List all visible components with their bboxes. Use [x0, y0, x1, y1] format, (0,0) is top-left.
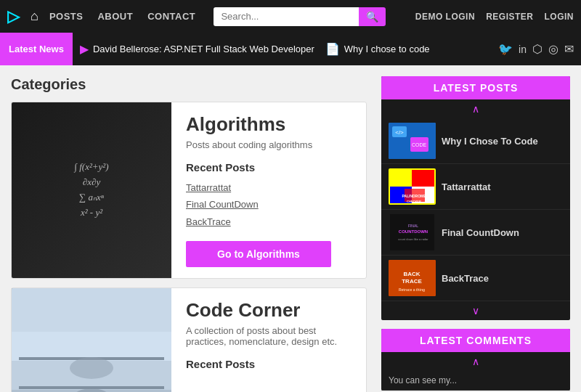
- svg-text:PALINDROME: PALINDROME: [402, 194, 426, 198]
- code-corner-image: [12, 288, 171, 392]
- tattarrattat-svg: PALINDROME CHECKER: [390, 168, 434, 205]
- latest-post-title-0: Why I Chose To Code: [442, 136, 538, 147]
- svg-text:count down like a radar: count down like a radar: [398, 237, 428, 241]
- nav-about[interactable]: ABOUT: [97, 11, 133, 22]
- ticker-social: 🐦 in ⬡ ◎ ✉: [498, 42, 581, 56]
- main-layout: Categories ∫ f(x²+y²) ∂x∂y ∑ aₙxⁿ x² - y…: [0, 65, 581, 392]
- demo-login-link[interactable]: DEMO LOGIN: [415, 12, 475, 22]
- algorithms-posts-list: Tattarrattat Final CountDown BackTrace: [186, 179, 352, 230]
- login-link[interactable]: LOGIN: [544, 12, 574, 22]
- algorithms-recent-title: Recent Posts: [186, 161, 352, 173]
- code-corner-name: Code Corner: [186, 299, 352, 322]
- search-input[interactable]: [214, 7, 359, 26]
- ticker-doc-icon: 📄: [325, 42, 340, 56]
- comments-chevron-up-icon[interactable]: ∧: [381, 352, 570, 371]
- post-backtrace[interactable]: BackTrace: [186, 216, 231, 227]
- svg-point-18: [70, 357, 113, 379]
- nav-right-links: DEMO LOGIN REGISTER LOGIN: [415, 12, 574, 22]
- twitter-icon[interactable]: 🐦: [498, 42, 513, 56]
- ticker-label: Latest News: [0, 33, 73, 65]
- sidebar: LATEST POSTS ∧ </> CODE Why I Chose To C…: [381, 76, 570, 392]
- latest-post-title-3: BackTrace: [442, 273, 489, 284]
- latest-post-item[interactable]: FINAL COUNTDOWN count down like a radar …: [381, 210, 570, 256]
- latest-posts-header: LATEST POSTS: [381, 76, 570, 99]
- svg-text:CHECKER: CHECKER: [407, 200, 421, 203]
- latest-post-title-2: Final CountDown: [442, 227, 519, 238]
- nav-contact[interactable]: CONTACT: [147, 11, 195, 22]
- svg-text:</>: </>: [395, 129, 404, 136]
- latest-post-item[interactable]: </> CODE Why I Chose To Code: [381, 118, 570, 164]
- ticker-text-1: Why I chose to code: [344, 44, 430, 54]
- final-countdown-svg: FINAL COUNTDOWN count down like a radar: [390, 214, 434, 250]
- search-bar: 🔍: [214, 7, 386, 26]
- svg-text:BACK: BACK: [403, 271, 420, 277]
- logo-icon[interactable]: ▷: [7, 7, 20, 26]
- github-icon[interactable]: ⬡: [532, 42, 543, 56]
- math-text: ∫ f(x²+y²) ∂x∂y ∑ aₙxⁿ x² - y²: [74, 160, 108, 220]
- algorithms-name: Algorithms: [186, 113, 352, 136]
- algorithms-body: Algorithms Posts about coding algorithms…: [171, 102, 366, 278]
- latest-posts-section: LATEST POSTS ∧ </> CODE Why I Chose To C…: [381, 76, 570, 320]
- latest-comments-header: LATEST COMMENTS: [381, 329, 570, 352]
- post-thumb-backtrace: BACK TRACE Retrace a thing: [389, 260, 436, 296]
- post-thumb-chose-to-code: </> CODE: [389, 123, 436, 159]
- chevron-down-icon[interactable]: ∨: [381, 301, 570, 320]
- linkedin-icon[interactable]: in: [519, 44, 527, 55]
- list-item: BackTrace: [186, 213, 352, 230]
- svg-text:FINAL: FINAL: [408, 224, 418, 228]
- code-corner-desc: A collection of posts about best practic…: [186, 325, 352, 347]
- list-item: Tattarrattat: [186, 179, 352, 196]
- latest-post-item[interactable]: BACK TRACE Retrace a thing BackTrace: [381, 256, 570, 301]
- svg-rect-27: [390, 168, 412, 187]
- home-icon[interactable]: ⌂: [31, 9, 38, 24]
- circle-icon[interactable]: ◎: [548, 42, 558, 56]
- svg-text:COUNTDOWN: COUNTDOWN: [399, 229, 428, 234]
- svg-text:Retrace a thing: Retrace a thing: [399, 287, 425, 292]
- latest-comments-section: LATEST COMMENTS ∧ You can see my...: [381, 329, 570, 391]
- email-icon[interactable]: ✉: [564, 42, 574, 56]
- svg-rect-28: [412, 168, 434, 187]
- latest-post-item[interactable]: PALINDROME CHECKER Tattarrattat: [381, 164, 570, 210]
- backtrace-svg: BACK TRACE Retrace a thing: [389, 260, 436, 296]
- register-link[interactable]: REGISTER: [486, 12, 533, 22]
- comments-preview-text: You can see my...: [389, 375, 457, 385]
- ticker-item-0: ▶ David Bellerose: ASP.NET Full Stack We…: [80, 42, 314, 56]
- content-area: Categories ∫ f(x²+y²) ∂x∂y ∑ aₙxⁿ x² - y…: [11, 76, 367, 392]
- comments-preview: You can see my...: [381, 371, 570, 391]
- algorithms-card: ∫ f(x²+y²) ∂x∂y ∑ aₙxⁿ x² - y² Algorithm…: [11, 102, 367, 279]
- go-to-algorithms-button[interactable]: Go to Algorithms: [186, 241, 331, 267]
- svg-text:TRACE: TRACE: [402, 278, 422, 285]
- chose-to-code-svg: </> CODE: [389, 123, 436, 159]
- nav-posts[interactable]: POSTS: [49, 11, 84, 22]
- math-background: ∫ f(x²+y²) ∂x∂y ∑ aₙxⁿ x² - y²: [12, 102, 171, 278]
- list-item: Final CountDown: [186, 196, 352, 213]
- main-nav: ▷ ⌂ POSTS ABOUT CONTACT 🔍 DEMO LOGIN REG…: [0, 0, 581, 33]
- ticker-bar: Latest News ▶ David Bellerose: ASP.NET F…: [0, 33, 581, 65]
- ticker-item-1: 📄 Why I chose to code: [325, 42, 430, 56]
- latest-post-title-1: Tattarrattat: [442, 181, 491, 192]
- library-svg: [12, 288, 171, 392]
- post-thumb-tattarrattat: PALINDROME CHECKER: [389, 168, 436, 205]
- ticker-text-0: David Bellerose: ASP.NET Full Stack Web …: [93, 44, 314, 54]
- svg-rect-4: [12, 332, 171, 361]
- post-final-countdown[interactable]: Final CountDown: [186, 199, 259, 210]
- ticker-content: ▶ David Bellerose: ASP.NET Full Stack We…: [73, 42, 498, 56]
- algorithms-image: ∫ f(x²+y²) ∂x∂y ∑ aₙxⁿ x² - y²: [12, 102, 171, 278]
- code-corner-body: Code Corner A collection of posts about …: [171, 288, 366, 392]
- nav-links: POSTS ABOUT CONTACT: [49, 11, 195, 22]
- code-corner-recent-title: Recent Posts: [186, 358, 352, 370]
- code-corner-card: Code Corner A collection of posts about …: [11, 287, 367, 392]
- algorithms-desc: Posts about coding algorithms: [186, 139, 352, 150]
- post-thumb-final-countdown: FINAL COUNTDOWN count down like a radar: [389, 214, 436, 250]
- chevron-up-icon[interactable]: ∧: [381, 99, 570, 118]
- svg-text:CODE: CODE: [412, 142, 427, 147]
- post-tattarrattat[interactable]: Tattarrattat: [186, 182, 231, 193]
- categories-title: Categories: [11, 76, 367, 93]
- ticker-play-icon: ▶: [80, 42, 89, 56]
- library-background: [12, 288, 171, 392]
- search-button[interactable]: 🔍: [359, 7, 386, 26]
